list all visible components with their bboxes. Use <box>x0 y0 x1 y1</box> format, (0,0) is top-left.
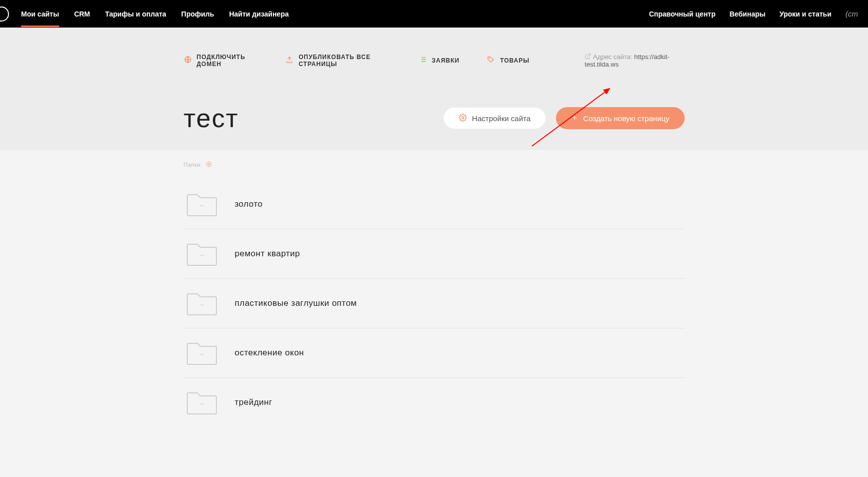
create-page-button[interactable]: Создать новую страницу <box>556 107 684 129</box>
hero-panel: ПОДКЛЮЧИТЬ ДОМЕН ОПУБЛИКОВАТЬ ВСЕ СТРАНИ… <box>0 28 868 150</box>
nav-crm[interactable]: CRM <box>74 1 90 27</box>
nav-tariffs[interactable]: Тарифы и оплата <box>105 1 166 27</box>
title-row: тест Настройки сайта Создать новую <box>184 103 685 133</box>
nav-webinars[interactable]: Вебинары <box>730 10 766 18</box>
folder-icon: ~ <box>186 241 217 266</box>
folder-row[interactable]: ~ ремонт квартир <box>184 229 685 278</box>
folder-name: пластиковые заглушки оптом <box>235 298 357 308</box>
tool-publish-all[interactable]: ОПУБЛИКОВАТЬ ВСЕ СТРАНИЦЫ <box>285 54 391 68</box>
gear-icon <box>459 114 467 123</box>
tool-label: ТОВАРЫ <box>500 57 529 64</box>
tool-label: ОПУБЛИКОВАТЬ ВСЕ СТРАНИЦЫ <box>299 54 391 68</box>
folder-row[interactable]: ~ пластиковые заглушки оптом <box>184 278 685 328</box>
nav-find-designer[interactable]: Найти дизайнера <box>229 1 288 27</box>
site-address-label: Адрес сайта: <box>593 53 632 61</box>
folder-row[interactable]: ~ золото <box>184 179 685 229</box>
nav-right-group: Справочный центр Вебинары Уроки и статьи… <box>649 10 868 18</box>
nav-left-group: Мои сайты CRM Тарифы и оплата Профиль На… <box>21 1 288 27</box>
folder-icon: ~ <box>186 340 217 365</box>
svg-point-2 <box>462 117 464 119</box>
top-nav-bar: Мои сайты CRM Тарифы и оплата Профиль На… <box>0 0 868 28</box>
nav-cmd-fragment: (cm <box>845 10 858 18</box>
nav-profile[interactable]: Профиль <box>181 1 214 27</box>
folder-icon: ~ <box>186 291 217 316</box>
plus-icon <box>571 114 578 123</box>
folder-name: остекление окон <box>235 348 305 358</box>
globe-icon <box>184 56 192 65</box>
svg-text:~: ~ <box>199 202 204 210</box>
folder-list: ~ золото ~ ремонт квартир <box>184 179 685 427</box>
folder-icon: ~ <box>186 390 217 415</box>
folder-row[interactable]: ~ остекление окон <box>184 328 685 377</box>
folders-heading: Папки: <box>184 161 685 168</box>
tool-connect-domain[interactable]: ПОДКЛЮЧИТЬ ДОМЕН <box>184 54 258 68</box>
main-panel: Папки: ~ золото <box>0 150 868 477</box>
upload-icon <box>285 56 294 65</box>
tool-requests[interactable]: ЗАЯВКИ <box>419 56 459 65</box>
nav-my-sites[interactable]: Мои сайты <box>21 1 59 27</box>
tool-products[interactable]: ТОВАРЫ <box>487 56 529 65</box>
add-folder-icon[interactable] <box>206 161 212 168</box>
svg-text:~: ~ <box>199 301 204 309</box>
tool-label: ПОДКЛЮЧИТЬ ДОМЕН <box>197 54 258 68</box>
tag-icon <box>487 56 495 65</box>
site-address[interactable]: Адрес сайта: https://adkit-test.tilda.ws <box>585 53 684 68</box>
button-label: Настройки сайта <box>472 114 530 123</box>
folder-row[interactable]: ~ трейдинг <box>184 377 685 427</box>
list-icon <box>419 56 427 65</box>
tool-label: ЗАЯВКИ <box>432 57 459 64</box>
svg-text:~: ~ <box>199 400 204 408</box>
nav-articles[interactable]: Уроки и статьи <box>779 10 831 18</box>
svg-point-1 <box>489 58 490 58</box>
folder-name: ремонт квартир <box>235 249 301 259</box>
nav-help-center[interactable]: Справочный центр <box>649 10 716 18</box>
button-label: Создать новую страницу <box>583 114 669 123</box>
site-settings-button[interactable]: Настройки сайта <box>443 107 546 129</box>
logo-icon[interactable] <box>0 7 9 22</box>
external-link-icon <box>585 53 593 61</box>
folder-name: трейдинг <box>235 397 272 407</box>
folders-heading-text: Папки: <box>184 162 202 168</box>
hero-toolbar: ПОДКЛЮЧИТЬ ДОМЕН ОПУБЛИКОВАТЬ ВСЕ СТРАНИ… <box>184 53 685 68</box>
svg-text:~: ~ <box>199 350 204 359</box>
folder-name: золото <box>235 199 263 209</box>
page-title: тест <box>184 103 239 133</box>
folder-icon: ~ <box>186 192 217 217</box>
svg-text:~: ~ <box>199 251 204 260</box>
